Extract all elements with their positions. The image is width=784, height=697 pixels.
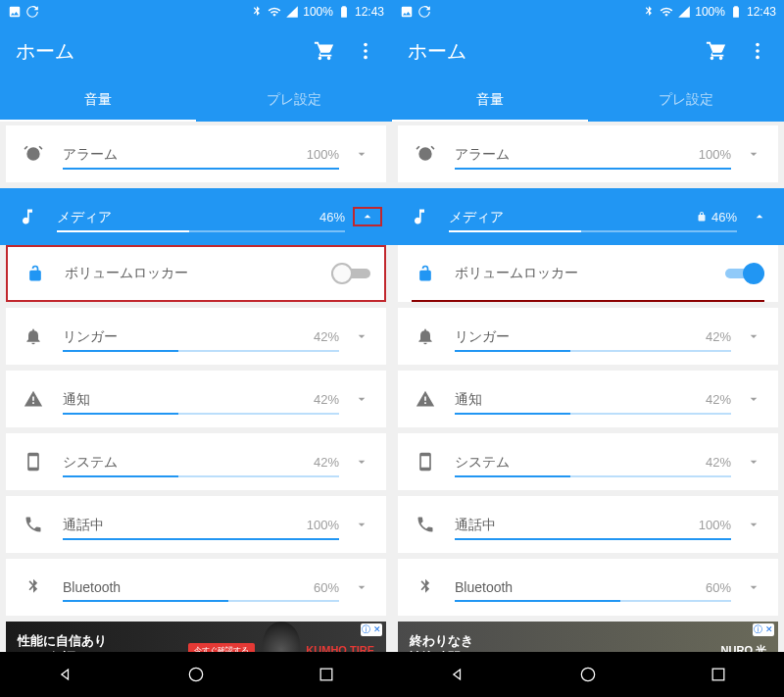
svg-point-5 [756, 43, 760, 47]
bluetooth-icon [642, 5, 656, 19]
slider[interactable] [57, 230, 345, 232]
nav-home-icon[interactable] [186, 665, 206, 684]
image-icon [8, 5, 22, 19]
chevron-down-icon[interactable] [347, 579, 376, 595]
chevron-down-icon[interactable] [739, 517, 768, 532]
nav-recent-icon[interactable] [709, 665, 728, 684]
ad-banner[interactable]: 終わりなき 読込時間に… NURO 光 ⓘ ✕ [398, 622, 778, 652]
slider[interactable] [63, 538, 339, 540]
row-label: 通知 [63, 391, 90, 407]
nav-back-icon[interactable] [56, 665, 75, 684]
highlight-underline [412, 300, 764, 302]
nav-recent-icon[interactable] [317, 665, 336, 684]
row-value: 100% [307, 518, 339, 532]
row-bluetooth[interactable]: Bluetooth 60% [398, 559, 778, 616]
nav-home-icon[interactable] [578, 665, 598, 684]
slider[interactable] [449, 230, 737, 232]
ad-image [263, 622, 300, 652]
slider[interactable] [63, 168, 339, 170]
locker-switch[interactable] [331, 263, 370, 284]
volume-locker-row[interactable]: ボリュームロッカー [398, 245, 778, 302]
volume-locker-row[interactable]: ボリュームロッカー [6, 245, 386, 302]
slider[interactable] [63, 413, 339, 415]
chevron-down-icon[interactable] [739, 579, 768, 595]
status-bar: 100% 12:43 [392, 0, 784, 24]
ad-line1: 性能に自信あり [18, 633, 188, 650]
chevron-up-icon[interactable] [353, 207, 382, 226]
cart-icon[interactable] [706, 40, 727, 62]
phone-portrait-icon [412, 452, 439, 472]
row-media[interactable]: メディア 46% [0, 188, 392, 245]
row-call[interactable]: 通話中 100% [6, 496, 386, 553]
locker-switch[interactable] [725, 263, 764, 284]
battery-icon [729, 5, 743, 19]
slider[interactable] [455, 413, 731, 415]
row-media[interactable]: メディア 46% [392, 188, 784, 245]
chevron-down-icon[interactable] [347, 328, 376, 344]
chevron-down-icon[interactable] [347, 146, 376, 162]
bell-icon [20, 326, 47, 346]
signal-icon [677, 5, 691, 19]
slider[interactable] [63, 350, 339, 352]
chevron-down-icon[interactable] [347, 517, 376, 532]
slider[interactable] [455, 168, 731, 170]
ad-cta[interactable]: 今すぐ確認する [188, 643, 255, 653]
ad-line1: 終わりなき [410, 633, 721, 650]
chevron-down-icon[interactable] [347, 391, 376, 407]
row-alarm[interactable]: アラーム 100% [398, 125, 778, 182]
row-system[interactable]: システム 42% [6, 433, 386, 490]
nav-bar [0, 652, 392, 697]
warning-icon [412, 389, 439, 409]
phone-icon [412, 515, 439, 534]
row-ringer[interactable]: リンガー 42% [398, 308, 778, 365]
row-system[interactable]: システム 42% [398, 433, 778, 490]
row-value: 100% [699, 147, 731, 162]
music-icon [406, 207, 433, 226]
row-notification[interactable]: 通知 42% [398, 371, 778, 427]
tab-preset[interactable]: プレ設定 [588, 78, 784, 122]
chevron-down-icon[interactable] [347, 454, 376, 470]
bluetooth-icon [20, 577, 47, 597]
slider[interactable] [455, 350, 731, 352]
row-label: 通知 [455, 391, 482, 407]
row-label: Bluetooth [455, 579, 513, 595]
row-ringer[interactable]: リンガー 42% [6, 308, 386, 365]
rotate-lock-icon [417, 5, 431, 19]
chevron-up-icon[interactable] [745, 209, 774, 224]
alarm-icon [20, 144, 47, 164]
row-notification[interactable]: 通知 42% [6, 371, 386, 427]
ad-info-icon[interactable]: ⓘ ✕ [361, 623, 382, 636]
battery-text: 100% [303, 5, 333, 19]
slider[interactable] [455, 538, 731, 540]
slider[interactable] [63, 475, 339, 477]
chevron-down-icon[interactable] [739, 391, 768, 407]
row-bluetooth[interactable]: Bluetooth 60% [6, 559, 386, 616]
slider[interactable] [63, 600, 339, 602]
slider[interactable] [455, 600, 731, 602]
row-label: アラーム [455, 146, 510, 162]
bluetooth-icon [250, 5, 264, 19]
chevron-down-icon[interactable] [739, 146, 768, 162]
tab-volume[interactable]: 音量 [0, 78, 196, 122]
ad-info-icon[interactable]: ⓘ ✕ [753, 623, 774, 636]
row-alarm[interactable]: アラーム 100% [6, 125, 386, 182]
page-title: ホーム [16, 38, 74, 65]
svg-rect-9 [712, 669, 724, 680]
cart-icon[interactable] [314, 40, 335, 62]
overflow-icon[interactable] [747, 40, 768, 62]
overflow-icon[interactable] [355, 40, 376, 62]
row-call[interactable]: 通話中 100% [398, 496, 778, 553]
slider[interactable] [455, 475, 731, 477]
ad-banner[interactable]: 性能に自信あり 100%保証 今すぐ確認する KUMHO TIRE ⓘ ✕ [6, 622, 386, 652]
chevron-down-icon[interactable] [739, 328, 768, 344]
tab-preset[interactable]: プレ設定 [196, 78, 392, 122]
row-value: 42% [706, 329, 731, 344]
rotate-lock-icon [25, 5, 39, 19]
image-icon [400, 5, 414, 19]
tab-volume[interactable]: 音量 [392, 78, 588, 122]
chevron-down-icon[interactable] [739, 454, 768, 470]
row-value: 42% [706, 455, 731, 470]
clock-text: 12:43 [355, 5, 384, 19]
phone-icon [20, 515, 47, 534]
nav-back-icon[interactable] [448, 665, 467, 684]
